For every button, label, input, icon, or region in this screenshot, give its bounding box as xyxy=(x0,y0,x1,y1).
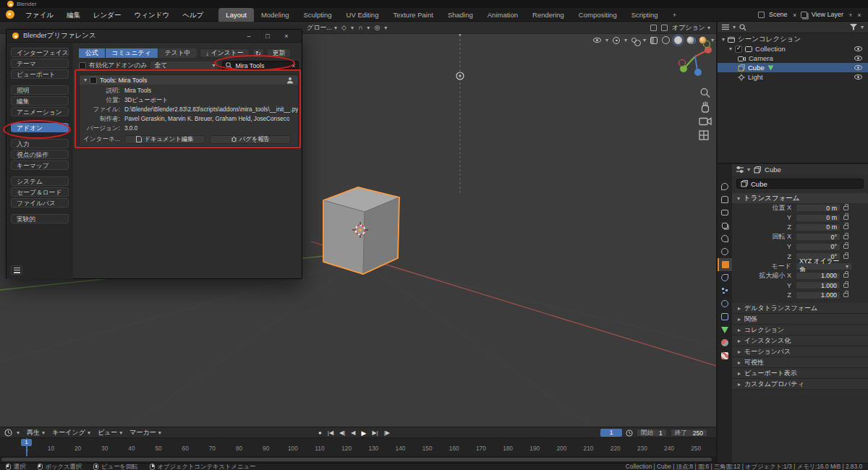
shading-rendered-icon[interactable] xyxy=(699,36,707,44)
workspace-tab[interactable]: Modeling xyxy=(254,8,297,22)
outliner-row-light[interactable]: Light xyxy=(718,72,868,82)
search-icon[interactable] xyxy=(739,24,746,31)
visibility-eye-icon[interactable] xyxy=(854,56,862,61)
topbar-menu-item[interactable]: 編集 xyxy=(60,8,87,22)
properties-tab-tool[interactable] xyxy=(718,180,732,193)
timeline-menu[interactable]: キーイング▾ xyxy=(52,428,90,437)
frame-end-field[interactable]: 終了250 xyxy=(671,429,707,437)
collection-visibility-icon[interactable] xyxy=(650,25,657,31)
workspace-tab[interactable]: Texture Paint xyxy=(386,8,440,22)
shading-material-icon[interactable] xyxy=(686,36,694,44)
properties-tab-render[interactable] xyxy=(718,193,732,206)
unlink-scene-icon[interactable] xyxy=(792,12,798,18)
outliner-editor-icon[interactable] xyxy=(722,24,729,30)
move-view-hand-icon[interactable] xyxy=(702,102,709,113)
frame-start-field[interactable]: 開始1 xyxy=(637,429,667,437)
options-dropdown[interactable]: オプション▾ xyxy=(672,23,710,33)
properties-section[interactable]: ▸ コレクション xyxy=(732,325,868,336)
install-addon-button[interactable]: ↓ インストー xyxy=(200,48,249,58)
current-frame-field[interactable]: 1 xyxy=(600,429,622,437)
report-bug-button[interactable]: バグを報告 xyxy=(210,135,291,144)
timeline-menu[interactable]: 再生▾ xyxy=(27,428,45,437)
properties-tab-output[interactable] xyxy=(718,206,732,219)
preferences-sidebar-item[interactable]: 入力 xyxy=(11,139,69,148)
properties-tab-modifiers[interactable] xyxy=(718,271,732,284)
preferences-sidebar-item[interactable]: キーマップ xyxy=(11,161,69,170)
clear-search-icon[interactable]: × xyxy=(292,62,295,69)
value-field[interactable]: XYZ オイラー角 ▾ xyxy=(796,262,852,270)
transport-button[interactable]: ▶| xyxy=(372,430,378,436)
properties-tab-texture[interactable] xyxy=(718,349,732,362)
expand-icon[interactable]: ▾ xyxy=(729,46,732,52)
preferences-sidebar-item[interactable]: アニメーション xyxy=(11,107,69,116)
visibility-eye-icon[interactable] xyxy=(854,46,862,51)
lock-icon[interactable] xyxy=(843,215,848,220)
overlays-toggle-icon[interactable] xyxy=(631,38,637,43)
timeline-scrollbar[interactable] xyxy=(0,456,716,463)
snap-magnet-icon[interactable]: ∩ xyxy=(358,24,362,31)
light-object[interactable] xyxy=(456,34,464,194)
xray-toggle-icon[interactable] xyxy=(650,37,658,44)
lock-icon[interactable] xyxy=(843,293,848,297)
timeline-editor-icon[interactable] xyxy=(4,429,12,437)
topbar-menu-item[interactable]: ファイル xyxy=(19,8,60,22)
outliner-row-collection[interactable]: ▾ Collection xyxy=(718,44,868,54)
transport-button[interactable]: ◀ xyxy=(351,430,355,436)
addon-panel-header[interactable]: ▾ Tools: Mira Tools xyxy=(80,75,298,85)
properties-section[interactable]: ▸ モーションパス xyxy=(732,346,868,357)
menu-icon[interactable] xyxy=(11,265,22,275)
value-field[interactable]: 0 m ▾ xyxy=(796,204,841,212)
transport-button[interactable]: ● xyxy=(318,430,322,436)
view-layer-selector[interactable]: View Layer xyxy=(810,11,845,18)
workspace-tab[interactable]: Layout xyxy=(218,8,254,22)
lock-icon[interactable] xyxy=(843,255,848,259)
toggle-ortho-icon[interactable] xyxy=(699,131,708,140)
properties-section[interactable]: ▸ 関係 xyxy=(732,314,868,325)
shading-solid-icon[interactable] xyxy=(674,36,682,44)
outliner-row-camera[interactable]: Camera xyxy=(718,54,868,63)
preferences-titlebar[interactable]: Blenderプリファレンス – □ × xyxy=(7,30,302,43)
value-field[interactable]: 0 m ▾ xyxy=(796,214,841,222)
addon-support-tab[interactable]: コミュニティ xyxy=(106,48,158,58)
preferences-sidebar-item[interactable]: 実験的 xyxy=(11,214,69,223)
value-field[interactable]: 1.000 ▾ xyxy=(796,291,841,299)
addon-support-tab[interactable]: 公式 xyxy=(79,48,106,58)
axis-z-ball[interactable] xyxy=(694,69,702,76)
close-button[interactable]: × xyxy=(277,33,296,40)
maximize-button[interactable]: □ xyxy=(258,33,277,40)
filter-icon[interactable] xyxy=(850,24,857,30)
outliner-row-cube[interactable]: Cube xyxy=(718,63,868,72)
lock-icon[interactable] xyxy=(843,244,848,249)
workspace-tab[interactable]: Animation xyxy=(480,8,525,22)
workspace-tab[interactable]: Scripting xyxy=(624,8,665,22)
topbar-menu-item[interactable]: レンダー xyxy=(87,8,128,22)
enabled-only-checkbox[interactable] xyxy=(79,62,86,69)
addon-search-input[interactable]: Mira Tools × xyxy=(222,61,299,70)
outliner-row-scene-collection[interactable]: ▾ シーンコレクション xyxy=(718,35,868,44)
expand-icon[interactable]: ▾ xyxy=(84,77,87,83)
properties-section[interactable]: ▸ 可視性 xyxy=(732,357,868,368)
preferences-sidebar-item[interactable]: セーブ＆ロード xyxy=(11,187,69,197)
workspace-tab[interactable]: UV Editing xyxy=(339,8,386,22)
properties-tab-object-data[interactable] xyxy=(718,323,732,336)
minimize-button[interactable]: – xyxy=(239,33,258,40)
refresh-addons-button[interactable]: ↻ xyxy=(252,48,264,58)
update-addons-button[interactable]: 更新 xyxy=(267,48,292,58)
workspace-tab[interactable]: Shading xyxy=(441,8,480,22)
transport-button[interactable]: ▶ xyxy=(361,430,366,437)
playhead[interactable]: 1 xyxy=(26,438,27,456)
addon-support-tab[interactable]: テスト中 xyxy=(158,48,197,58)
topbar-menu-item[interactable]: ヘルプ xyxy=(176,8,210,22)
transport-button[interactable]: |◀ xyxy=(328,430,333,436)
preferences-sidebar-item[interactable]: システム xyxy=(11,176,69,186)
addon-category-dropdown[interactable]: 全て ▾ xyxy=(150,61,219,70)
properties-section[interactable]: ▸ インスタンス化 xyxy=(732,336,868,346)
blender-menu-icon[interactable] xyxy=(6,10,14,19)
properties-editor-icon[interactable] xyxy=(736,166,744,173)
value-field[interactable]: 1.000 ▾ xyxy=(796,281,841,289)
zoom-icon[interactable] xyxy=(701,89,710,98)
value-field[interactable]: 0 m ▾ xyxy=(796,223,841,231)
properties-tab-physics[interactable] xyxy=(718,297,732,310)
value-field[interactable]: 1.000 ▾ xyxy=(796,272,841,280)
preferences-sidebar-item[interactable]: 視点の操作 xyxy=(11,150,69,159)
